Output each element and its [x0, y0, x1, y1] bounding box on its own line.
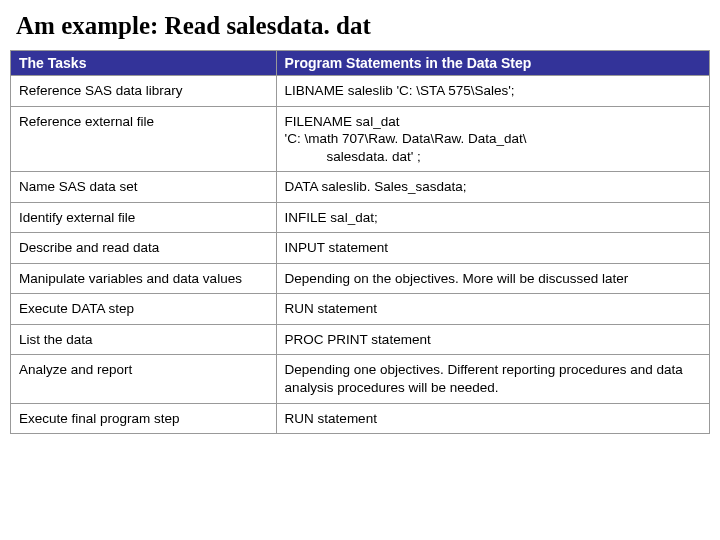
- task-cell: Describe and read data: [11, 233, 277, 264]
- stmt-cell: INFILE sal_dat;: [276, 202, 709, 233]
- table-row: Analyze and report Depending one objecti…: [11, 355, 710, 403]
- task-cell: Analyze and report: [11, 355, 277, 403]
- header-statements: Program Statements in the Data Step: [276, 51, 709, 76]
- stmt-cell: RUN statement: [276, 294, 709, 325]
- table-row: Execute DATA step RUN statement: [11, 294, 710, 325]
- stmt-line: salesdata. dat' ;: [285, 148, 701, 166]
- table-row: Execute final program step RUN statement: [11, 403, 710, 434]
- stmt-cell: LIBNAME saleslib 'C: \STA 575\Sales';: [276, 76, 709, 107]
- table-row: List the data PROC PRINT statement: [11, 324, 710, 355]
- task-cell: Execute DATA step: [11, 294, 277, 325]
- header-tasks: The Tasks: [11, 51, 277, 76]
- task-cell: Reference external file: [11, 106, 277, 172]
- task-cell: Identify external file: [11, 202, 277, 233]
- stmt-cell: Depending one objectives. Different repo…: [276, 355, 709, 403]
- task-cell: Reference SAS data library: [11, 76, 277, 107]
- page-title: Am example: Read salesdata. dat: [0, 0, 720, 50]
- stmt-line: FILENAME sal_dat: [285, 114, 400, 129]
- table-row: Reference external file FILENAME sal_dat…: [11, 106, 710, 172]
- stmt-cell: PROC PRINT statement: [276, 324, 709, 355]
- table-row: Identify external file INFILE sal_dat;: [11, 202, 710, 233]
- stmt-cell: RUN statement: [276, 403, 709, 434]
- stmt-cell: Depending on the objectives. More will b…: [276, 263, 709, 294]
- table-header-row: The Tasks Program Statements in the Data…: [11, 51, 710, 76]
- stmt-cell: FILENAME sal_dat 'C: \math 707\Raw. Data…: [276, 106, 709, 172]
- table-row: Reference SAS data library LIBNAME sales…: [11, 76, 710, 107]
- task-cell: Name SAS data set: [11, 172, 277, 203]
- task-cell: Execute final program step: [11, 403, 277, 434]
- table-row: Name SAS data set DATA saleslib. Sales_s…: [11, 172, 710, 203]
- stmt-line: 'C: \math 707\Raw. Data\Raw. Data_dat\: [285, 131, 527, 146]
- stmt-cell: INPUT statement: [276, 233, 709, 264]
- tasks-table: The Tasks Program Statements in the Data…: [10, 50, 710, 434]
- task-cell: List the data: [11, 324, 277, 355]
- table-row: Describe and read data INPUT statement: [11, 233, 710, 264]
- stmt-cell: DATA saleslib. Sales_sasdata;: [276, 172, 709, 203]
- task-cell: Manipulate variables and data values: [11, 263, 277, 294]
- table-row: Manipulate variables and data values Dep…: [11, 263, 710, 294]
